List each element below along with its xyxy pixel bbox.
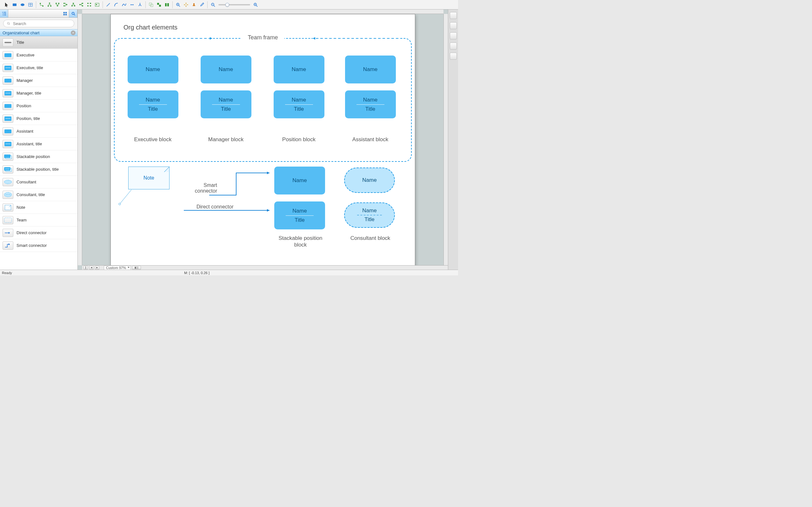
svg-point-9 xyxy=(50,5,51,7)
stackable-title-block[interactable]: NameTitle xyxy=(274,202,325,229)
ungroup-tool[interactable] xyxy=(156,2,163,8)
right-panel-btn-4[interactable] xyxy=(450,43,457,50)
shape-item[interactable]: Assistant xyxy=(0,125,77,138)
shape-item[interactable]: Executive, title xyxy=(0,62,77,74)
svg-rect-16 xyxy=(73,3,74,4)
col-label-2: Manager block xyxy=(198,136,254,143)
right-panel-btn-1[interactable] xyxy=(450,12,457,19)
shape-label: Stackable position xyxy=(16,154,50,159)
shape-item[interactable]: Direct connector xyxy=(0,227,77,239)
tree-tool-6[interactable] xyxy=(78,2,85,8)
svg-rect-56 xyxy=(63,14,64,15)
grid-tab[interactable] xyxy=(61,9,69,17)
zoom-track[interactable] xyxy=(218,4,250,5)
smart-connector[interactable] xyxy=(208,170,274,198)
rect-tool[interactable] xyxy=(11,2,18,8)
search-tab[interactable] xyxy=(69,9,77,17)
shape-item[interactable]: Position xyxy=(0,100,77,112)
pan-tool[interactable] xyxy=(182,2,190,8)
right-panel-btn-5[interactable] xyxy=(450,53,457,60)
double-arrow-tool[interactable] xyxy=(128,2,136,8)
zoom-slider[interactable] xyxy=(208,2,261,8)
prev-page-icon[interactable]: ◄ xyxy=(89,266,94,270)
view-mode-icon[interactable]: ▮▯▯ xyxy=(132,266,141,270)
tree-tool-8[interactable] xyxy=(94,2,101,8)
col-label-3: Position block xyxy=(271,136,327,143)
tree-tool-3[interactable] xyxy=(54,2,61,8)
shape-item[interactable]: Stackable position xyxy=(0,150,77,163)
assistant-title-block[interactable]: NameTitle xyxy=(345,91,396,118)
manager-title-block[interactable]: NameTitle xyxy=(201,91,252,118)
shape-item[interactable]: Team xyxy=(0,214,77,227)
tree-tool-7[interactable] xyxy=(86,2,93,8)
shape-item[interactable]: Consultant xyxy=(0,176,77,188)
position-title-block[interactable]: NameTitle xyxy=(274,91,324,118)
consultant-name-block[interactable]: Name xyxy=(344,168,395,193)
shape-item[interactable]: Executive xyxy=(0,49,77,62)
pause-icon[interactable]: ∥ xyxy=(84,266,88,270)
svg-rect-49 xyxy=(3,12,6,12)
spline-tool[interactable] xyxy=(121,2,127,8)
vertical-scrollbar[interactable] xyxy=(443,14,448,265)
svg-point-58 xyxy=(72,12,74,14)
search-input[interactable] xyxy=(12,21,71,26)
svg-rect-32 xyxy=(157,3,159,5)
consultant-title-block[interactable]: NameTitle xyxy=(344,203,395,228)
shape-item[interactable]: Position, title xyxy=(0,112,77,125)
zoom-in2-icon[interactable] xyxy=(252,2,259,8)
executive-title-block[interactable]: NameTitle xyxy=(127,91,178,118)
section-title: Organizational chart xyxy=(3,31,39,35)
arc-tool[interactable] xyxy=(113,2,120,8)
outline-tab[interactable] xyxy=(0,9,8,17)
shape-item[interactable]: Manager, title xyxy=(0,87,77,100)
bottom-bar: ∥ ◄ ► Custom 97% ▮▯▯ xyxy=(82,265,448,270)
manager-name-block[interactable]: Name xyxy=(201,56,252,83)
shape-thumb xyxy=(3,102,13,110)
shape-thumb xyxy=(3,127,13,135)
ruler-vertical[interactable] xyxy=(78,14,82,265)
note-shape[interactable]: Note xyxy=(128,167,169,189)
page[interactable]: Org chart elements Team frame Name NameT… xyxy=(110,14,415,265)
svg-rect-57 xyxy=(65,14,66,15)
tree-tool-5[interactable] xyxy=(70,2,77,8)
zoom-readout[interactable]: Custom 97% xyxy=(104,266,131,270)
tree-tool-4[interactable] xyxy=(62,2,69,8)
next-page-icon[interactable]: ► xyxy=(95,266,99,270)
canvas[interactable]: Org chart elements Team frame Name NameT… xyxy=(82,14,443,265)
shape-item[interactable]: Smart connector xyxy=(0,239,77,252)
shape-thumb xyxy=(3,178,13,186)
tree-tool-2[interactable] xyxy=(46,2,53,8)
zoom-out-icon[interactable] xyxy=(210,2,216,8)
svg-rect-27 xyxy=(96,4,97,5)
table-tool[interactable] xyxy=(27,2,34,8)
shape-label: Title xyxy=(16,40,24,45)
stackable-name-block[interactable]: Name xyxy=(274,167,325,194)
section-close-icon[interactable]: × xyxy=(71,31,75,35)
select-tool[interactable] xyxy=(3,2,10,8)
zoom-in-icon[interactable] xyxy=(175,2,181,8)
shape-item[interactable]: Title xyxy=(0,36,77,49)
eyedropper-tool[interactable] xyxy=(199,2,205,8)
executive-name-block[interactable]: Name xyxy=(127,56,178,83)
shape-label: Manager xyxy=(16,78,33,83)
assistant-name-block[interactable]: Name xyxy=(345,56,396,83)
svg-rect-52 xyxy=(3,15,3,15)
right-panel-btn-2[interactable] xyxy=(450,22,457,29)
shape-thumb xyxy=(3,51,13,59)
shape-item[interactable]: Assistant, title xyxy=(0,138,77,150)
position-name-block[interactable]: Name xyxy=(274,56,324,83)
branch-tool[interactable] xyxy=(137,2,144,8)
group-tool[interactable] xyxy=(148,2,155,8)
align-tool[interactable] xyxy=(163,2,170,8)
stamp-tool[interactable] xyxy=(191,2,198,8)
shape-item[interactable]: Manager xyxy=(0,74,77,87)
ruler-horizontal[interactable] xyxy=(82,9,443,14)
tree-tool-1[interactable] xyxy=(38,2,45,8)
line-tool[interactable] xyxy=(105,2,112,8)
section-header[interactable]: Organizational chart × xyxy=(0,29,77,36)
shape-item[interactable]: Consultant, title xyxy=(0,188,77,201)
shape-item[interactable]: Stackable position, title xyxy=(0,163,77,176)
shape-item[interactable]: Note xyxy=(0,201,77,214)
right-panel-btn-3[interactable] xyxy=(450,33,457,39)
ellipse-tool[interactable] xyxy=(19,2,26,8)
